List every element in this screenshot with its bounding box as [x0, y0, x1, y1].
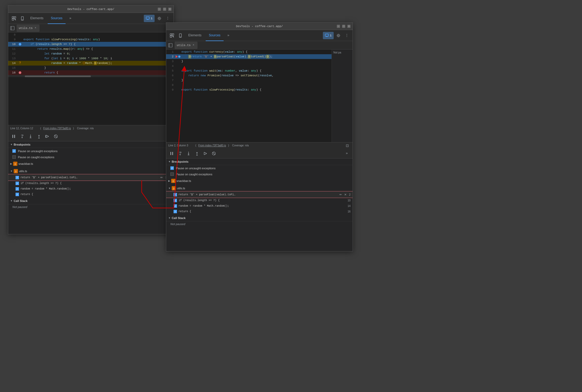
- debugger-more-btn-2[interactable]: »: [343, 150, 351, 157]
- code-line-9: 9 export function slowProcessing(results…: [8, 37, 174, 42]
- debugger-toolbar-2: »: [166, 148, 353, 158]
- step-over-btn-2[interactable]: [177, 150, 184, 157]
- deactivate-breakpoints-btn-2[interactable]: [210, 150, 217, 157]
- svg-rect-10: [14, 135, 15, 138]
- close-tab-btn-2[interactable]: ×: [192, 43, 195, 47]
- breakpoints-header-1[interactable]: ▼ Breakpoints: [8, 141, 174, 148]
- window-controls-2: ─ □ ✕: [337, 25, 351, 28]
- not-paused-text-2: Not paused: [166, 221, 353, 227]
- more-tabs-btn-1[interactable]: »: [67, 15, 74, 22]
- file-header-utils-1[interactable]: ▼ {} utils.ts: [8, 168, 174, 174]
- tab-elements-2[interactable]: Elements: [185, 30, 205, 41]
- bp-cb-2-1[interactable]: [16, 182, 19, 185]
- bp-row-2-2[interactable]: if (results.length >= 7) { 10: [166, 198, 353, 203]
- messages-btn-1[interactable]: 1: [144, 15, 155, 22]
- bp-cb-1-2[interactable]: [174, 193, 177, 196]
- continue-btn-1[interactable]: [44, 133, 51, 140]
- call-stack-label-2: Call Stack: [172, 216, 186, 220]
- bp-row-1-1[interactable]: return '$' + parseFloat(value).toFi… ✏ ✕…: [8, 174, 174, 181]
- source-map-link-1[interactable]: From index-73f73a80.js: [43, 127, 71, 130]
- svg-line-50: [213, 152, 215, 155]
- bp-row-4-1[interactable]: return { 16: [8, 192, 174, 197]
- file-header-snackbar-1[interactable]: ▶ {} snackbar.ts: [8, 161, 174, 167]
- bp-row-4-2[interactable]: return { 16: [166, 209, 353, 214]
- not-paused-text-1: Not paused: [8, 204, 174, 210]
- minimize-btn-2[interactable]: ─: [337, 25, 340, 28]
- call-stack-label-1: Call Stack: [14, 199, 28, 202]
- step-out-btn-1[interactable]: [36, 133, 42, 140]
- sidebar-toggle-2[interactable]: [167, 42, 174, 48]
- restore-btn-1[interactable]: □: [163, 8, 166, 11]
- bp-cb-4-1[interactable]: [16, 193, 19, 196]
- more-menu-icon-1[interactable]: ⋮: [164, 15, 171, 22]
- messages-btn-2[interactable]: 1: [323, 32, 334, 39]
- tab-sources-2[interactable]: Sources: [206, 30, 224, 41]
- bp-edit-btn-1-2[interactable]: ✏: [338, 192, 343, 197]
- status-bar-2: Line 2, Column 3 ( From index-73f73a80.j…: [166, 142, 353, 148]
- file-tab-utils-1[interactable]: utils.ts ×: [17, 24, 40, 32]
- bp-cb-3-2[interactable]: [174, 204, 177, 208]
- settings-icon-1[interactable]: [156, 15, 163, 22]
- pause-uncaught-label-2: Pause on uncaught exceptions: [176, 167, 215, 170]
- pause-uncaught-cb-2[interactable]: [170, 166, 174, 170]
- tab-elements-1[interactable]: Elements: [27, 13, 47, 24]
- editor-scrollbar-1[interactable]: [8, 75, 174, 77]
- bp-line-4-2: 16: [348, 210, 351, 213]
- call-stack-header-2[interactable]: ▼ Call Stack: [166, 215, 353, 221]
- file-header-utils-2[interactable]: ▼ {} utils.ts: [166, 185, 353, 191]
- tab-sources-1[interactable]: Sources: [48, 13, 66, 24]
- step-into-btn-1[interactable]: [27, 133, 34, 140]
- deactivate-breakpoints-btn-1[interactable]: [52, 133, 59, 140]
- messages-count-1: 1: [151, 17, 152, 20]
- code-line-w2-8: 8: [166, 83, 332, 87]
- sidebar-toggle-1[interactable]: [9, 25, 16, 31]
- step-into-btn-2[interactable]: [185, 150, 192, 157]
- svg-marker-44: [196, 152, 198, 153]
- devtools-window-2: DevTools - coffee-cart.app/ ─ □ ✕ Elemen…: [166, 22, 353, 251]
- close-btn-1[interactable]: ✕: [168, 8, 171, 11]
- pause-resume-btn-1[interactable]: [10, 133, 17, 140]
- svg-rect-0: [12, 17, 14, 18]
- pause-resume-btn-2[interactable]: [168, 150, 175, 157]
- more-menu-icon-2[interactable]: ⋮: [343, 32, 351, 39]
- bp-cb-3-1[interactable]: [16, 187, 19, 191]
- call-stack-header-1[interactable]: ▼ Call Stack: [8, 198, 174, 204]
- breakpoints-label-1: Breakpoints: [14, 143, 31, 146]
- device-icon[interactable]: [19, 15, 26, 22]
- settings-icon-2[interactable]: [335, 32, 342, 39]
- inspect-icon-2[interactable]: [168, 32, 176, 39]
- more-tabs-btn-2[interactable]: »: [225, 32, 232, 39]
- pause-caught-cb-2[interactable]: [170, 172, 174, 176]
- bp-cb-2-2[interactable]: [174, 199, 177, 202]
- bp-cb-4-2[interactable]: [174, 210, 177, 213]
- file-tab-utils-2[interactable]: utils.ts ×: [175, 42, 198, 49]
- right-panel-2: Not pa: [332, 49, 353, 142]
- messages-count-2: 1: [330, 34, 332, 37]
- cursor-position-2: Line 2, Column 3: [168, 144, 188, 147]
- continue-btn-2[interactable]: [202, 150, 209, 157]
- inspect-icon[interactable]: [10, 15, 18, 22]
- svg-line-25: [55, 135, 57, 138]
- restore-btn-2[interactable]: □: [342, 25, 345, 28]
- file-header-snackbar-2[interactable]: ▶ {} snackbar.ts: [166, 178, 353, 184]
- bp-edit-btn-1-1[interactable]: ✏: [159, 175, 164, 180]
- step-out-btn-2[interactable]: [194, 150, 200, 157]
- pause-uncaught-cb-1[interactable]: [12, 149, 16, 153]
- pause-caught-cb-1[interactable]: [12, 155, 16, 159]
- close-tab-btn-1[interactable]: ×: [34, 26, 37, 30]
- expand-panel-btn-2[interactable]: ⊡: [344, 142, 351, 149]
- svg-point-6: [159, 18, 160, 19]
- bp-row-3-1[interactable]: random = random * Math.random(); 14: [8, 186, 174, 192]
- breakpoints-header-2[interactable]: ▼ Breakpoints: [166, 158, 353, 165]
- bp-row-2-1[interactable]: if (results.length >= 7) { 10: [8, 181, 174, 186]
- close-btn-2[interactable]: ✕: [347, 25, 351, 28]
- bp-row-1-2[interactable]: return '$' + parseFloat(value).toFi… ✏ ✕…: [166, 191, 353, 198]
- bp-delete-btn-1-2[interactable]: ✕: [343, 192, 347, 197]
- bp-cb-1-1[interactable]: [16, 176, 19, 179]
- file-tab-name-2: utils.ts: [177, 44, 191, 47]
- step-over-btn-1[interactable]: [19, 133, 26, 140]
- minimize-btn-1[interactable]: ─: [158, 8, 161, 11]
- bp-row-3-2[interactable]: random = random * Math.random(); 14: [166, 203, 353, 209]
- source-map-link-2[interactable]: From index-73f73a80.js: [198, 144, 226, 147]
- device-icon-2[interactable]: [177, 32, 184, 39]
